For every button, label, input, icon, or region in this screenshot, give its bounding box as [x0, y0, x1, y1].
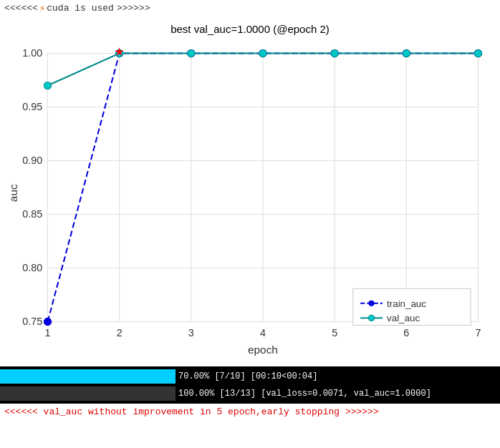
progress-text-2: 100.00% [13/13] [val_loss=0.0071, val_au…	[178, 389, 431, 399]
left-arrows: <<<<<<	[4, 3, 38, 14]
progress-fill-2	[0, 386, 176, 401]
chart-svg: 1.00 0.95 0.90 0.85 0.80 0.75 1 2 3 4 5 …	[7, 39, 493, 361]
svg-text:train_auc: train_auc	[387, 298, 426, 309]
chart-title: best val_auc=1.0000 (@epoch 2)	[7, 23, 493, 35]
svg-text:6: 6	[403, 327, 409, 339]
svg-point-39	[259, 49, 266, 57]
svg-point-49	[368, 315, 374, 321]
svg-point-40	[331, 49, 338, 57]
svg-point-38	[188, 49, 195, 57]
svg-point-29	[44, 318, 51, 325]
svg-text:3: 3	[188, 327, 194, 339]
svg-text:0.85: 0.85	[22, 208, 42, 220]
early-stopping-text: <<<<<< val_auc without improvement in 5 …	[4, 406, 379, 417]
svg-text:0.75: 0.75	[22, 316, 42, 327]
svg-text:7: 7	[475, 327, 481, 339]
chart-area: 1.00 0.95 0.90 0.85 0.80 0.75 1 2 3 4 5 …	[7, 39, 493, 361]
chart-container: best val_auc=1.0000 (@epoch 2)	[0, 16, 500, 366]
progress-fill-1	[0, 369, 176, 384]
progress-row-2: 100.00% [13/13] [val_loss=0.0071, val_au…	[0, 386, 500, 401]
svg-text:5: 5	[332, 327, 337, 339]
progress-text-1: 70.00% [7/10] [00:10<00:04]	[178, 371, 317, 381]
svg-text:0.80: 0.80	[22, 262, 42, 273]
svg-text:auc: auc	[7, 184, 19, 202]
progress-row-1: 70.00% [7/10] [00:10<00:04]	[0, 369, 500, 384]
lightning-icon: ⚡	[39, 2, 45, 14]
svg-point-36	[44, 82, 51, 89]
bottom-bar: <<<<<< val_auc without improvement in 5 …	[0, 404, 500, 420]
svg-point-46	[368, 301, 374, 306]
svg-text:epoch: epoch	[248, 344, 278, 356]
cuda-text: cuda is used	[47, 3, 114, 14]
svg-text:0.90: 0.90	[22, 155, 42, 166]
right-arrows: >>>>>>	[117, 3, 150, 14]
svg-text:val_auc: val_auc	[387, 313, 420, 324]
svg-text:0.95: 0.95	[22, 101, 42, 112]
svg-text:2: 2	[117, 327, 122, 339]
svg-text:1.00: 1.00	[22, 47, 42, 59]
progress-bars: 70.00% [7/10] [00:10<00:04] 100.00% [13/…	[0, 366, 500, 404]
svg-text:4: 4	[260, 327, 266, 339]
svg-point-42	[474, 49, 481, 57]
svg-text:1: 1	[45, 327, 51, 339]
top-bar: <<<<<< ⚡ cuda is used >>>>>>	[0, 0, 500, 16]
svg-point-41	[403, 49, 410, 57]
svg-text:★: ★	[115, 42, 125, 61]
